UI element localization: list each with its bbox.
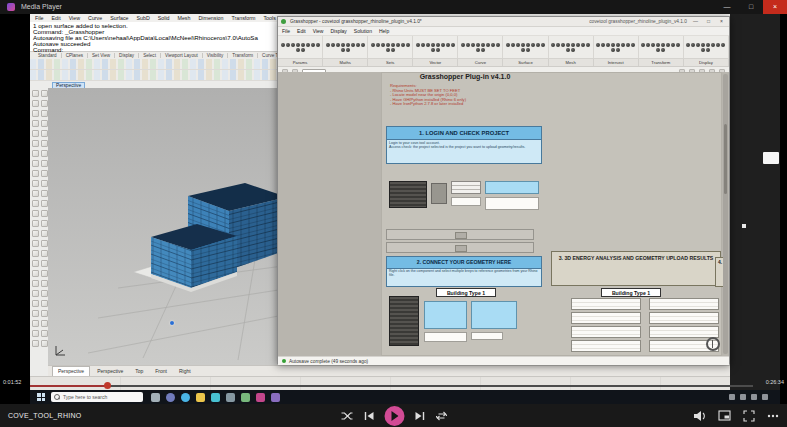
component-icon — [701, 48, 705, 52]
seek-bar[interactable] — [30, 385, 753, 387]
output-panel-component — [485, 197, 539, 210]
rhino-left-toolbar — [32, 90, 48, 347]
rhino-tool-icon — [41, 290, 48, 297]
grasshopper-component-palette — [278, 36, 729, 59]
more-options-button[interactable] — [767, 414, 779, 418]
rhino-tool-icon — [32, 170, 39, 177]
photos-icon — [241, 393, 250, 402]
palette-group-surface — [503, 36, 548, 58]
close-button[interactable]: × — [763, 0, 787, 14]
mail-icon — [226, 393, 235, 402]
grasshopper-menu: Display — [330, 28, 346, 34]
component-icon — [541, 43, 545, 47]
grasshopper-window: Grasshopper - covetool grasshopper_rhino… — [277, 16, 730, 364]
rhino-tool-icon — [41, 130, 48, 137]
gh-close-button: × — [717, 17, 726, 26]
container-component-1 — [386, 229, 534, 240]
rhino-menu: View — [69, 15, 80, 21]
component-icon — [521, 43, 525, 47]
repeat-button[interactable] — [435, 411, 447, 421]
viewport-tab: Perspective — [52, 366, 90, 376]
hidden-icons-chevron-icon — [729, 394, 735, 400]
rhino-menu: Transform — [232, 15, 256, 21]
grasshopper-canvas: Grasshopper Plug-in v4.1.0 Requirements:… — [278, 72, 729, 356]
volume-icon — [751, 394, 757, 400]
track-title: COVE_TOOL_RHINO — [8, 412, 82, 419]
component-icon — [421, 43, 425, 47]
shuffle-button[interactable] — [340, 411, 353, 421]
previous-button[interactable] — [363, 411, 374, 421]
component-icon — [621, 43, 625, 47]
toolbar-tab: Viewport Layout — [161, 53, 203, 58]
component-icon — [331, 43, 335, 47]
maximize-button[interactable]: □ — [739, 0, 763, 14]
viewport-tab: Right — [174, 367, 196, 376]
result-list-component — [571, 298, 641, 310]
video-surface[interactable]: FileEditViewCurveSurfaceSubDSolidMeshDim… — [0, 14, 787, 404]
component-icon — [566, 43, 570, 47]
component-icon — [606, 43, 610, 47]
rhino-tool-icon — [32, 210, 39, 217]
rhino-tool-icon — [41, 170, 48, 177]
rhino-tool-icon — [32, 110, 39, 117]
grasshopper-menu: Edit — [297, 28, 306, 34]
component-icon — [706, 48, 710, 52]
component-icon — [396, 43, 400, 47]
minimize-button[interactable]: — — [715, 0, 739, 14]
geometry-output-2 — [471, 332, 503, 340]
mini-player-button[interactable] — [718, 410, 731, 421]
component-icon — [341, 43, 345, 47]
component-icon — [301, 43, 305, 47]
player-control-bar: COVE_TOOL_RHINO — [0, 404, 787, 427]
rhino-tool-icon — [41, 190, 48, 197]
rhino-tool-icon — [32, 300, 39, 307]
rhino-menu: Surface — [110, 15, 128, 21]
media-player-window: Media Player — □ × FileEditViewCurveSurf… — [0, 0, 787, 427]
component-icon — [556, 43, 560, 47]
fullscreen-button[interactable] — [743, 410, 755, 422]
rhino-tool-icon — [32, 270, 39, 277]
media-player-app-icon — [7, 3, 15, 11]
next-button[interactable] — [414, 411, 425, 421]
volume-button[interactable] — [693, 410, 706, 422]
component-icon — [441, 43, 445, 47]
component-icon — [596, 43, 600, 47]
rhino-tool-icon — [32, 180, 39, 187]
search-icon — [54, 394, 60, 400]
login-panel-component — [389, 181, 427, 208]
seek-handle[interactable] — [104, 382, 111, 389]
palette-tab: Vector — [413, 59, 458, 66]
component-icon — [446, 43, 450, 47]
rhino-tool-icon — [41, 340, 48, 347]
component-icon — [406, 43, 410, 47]
recorded-desktop: FileEditViewCurveSurfaceSubDSolidMeshDim… — [30, 14, 780, 404]
grasshopper-menu: View — [313, 28, 324, 34]
autosave-check-icon — [282, 359, 286, 363]
component-icon — [661, 48, 665, 52]
rhino-tool-icon — [41, 320, 48, 327]
component-icon — [661, 43, 665, 47]
palette-tab: Intersect — [594, 59, 639, 66]
palette-group-params — [278, 36, 323, 58]
component-icon — [601, 43, 605, 47]
rhino-tool-icon — [41, 250, 48, 257]
rhino-tool-icon — [32, 280, 39, 287]
palette-group-transform — [639, 36, 684, 58]
component-icon — [346, 48, 350, 52]
rhino-menu: Mesh — [178, 15, 191, 21]
component-icon — [291, 43, 295, 47]
component-icon — [336, 43, 340, 47]
component-icon — [391, 48, 395, 52]
toggle-component — [451, 197, 481, 206]
toolbar-tab: Select — [139, 53, 161, 58]
result-list-component — [649, 326, 719, 338]
component-icon — [721, 43, 725, 47]
building-type-label-2: Building Type 1 — [601, 288, 661, 297]
component-icon — [471, 43, 475, 47]
play-button[interactable] — [384, 406, 404, 426]
login-component — [431, 183, 447, 204]
rhino-tool-icon — [32, 190, 39, 197]
rhino-menu: File — [35, 15, 44, 21]
component-icon — [401, 43, 405, 47]
autosave-status-text: Autosave complete (49 seconds ago) — [289, 359, 368, 364]
